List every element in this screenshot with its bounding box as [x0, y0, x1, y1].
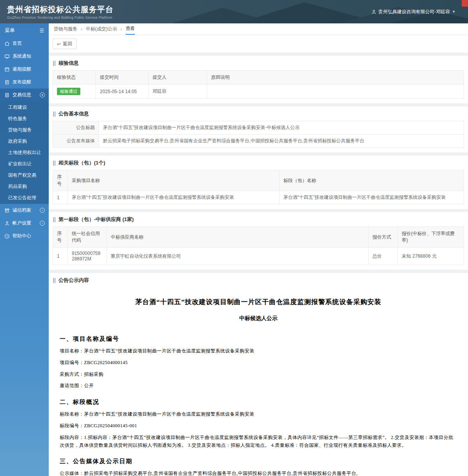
- back-icon: ↩: [57, 41, 61, 47]
- sidebar: 菜单 ☰ 首页 系统通知 逾期提醒: [0, 23, 49, 476]
- column-header: 序号: [53, 170, 68, 191]
- sidebar-item-overdue-reminders[interactable]: 逾期提醒: [0, 63, 49, 76]
- sidebar-item-publish-reminders[interactable]: 发布提醒: [0, 76, 49, 88]
- chevron-down-icon: ∨: [40, 92, 45, 97]
- field-label: 公告发布媒体: [53, 134, 99, 148]
- column-header: 原因说明: [207, 71, 464, 85]
- project-name-cell: 茅台酒“十四五”技改建设项目制曲一片区干曲仓温度监测报警系统设备采购安装: [68, 191, 280, 204]
- column-header: 标段（包）名称: [279, 170, 464, 191]
- column-header: 报价方式: [369, 227, 398, 248]
- section-announcement-content: 公告公示内容 茅台酒“十四五”技改建设项目制曲一片区干曲仓温度监测报警系统设备采…: [49, 273, 468, 476]
- sidebar-item-label: 交易信息: [12, 92, 31, 98]
- sidebar-subitem-featured-services[interactable]: 特色服务: [0, 113, 49, 124]
- table-row: 1 茅台酒“十四五”技改建设项目制曲一片区干曲仓温度监测报警系统设备采购安装 茅…: [53, 191, 464, 204]
- calendar-icon: [4, 66, 10, 72]
- sidebar-item-home[interactable]: 首页: [0, 37, 49, 50]
- row-index-cell: 1: [53, 191, 68, 204]
- column-header: 统一社会信用代码: [68, 227, 107, 248]
- announcement-title-value: 茅台酒“十四五”技改建设项目制曲一片区干曲仓温度监测报警系统设备采购安装-中标候…: [99, 121, 464, 134]
- caret-down-icon: ▼: [452, 10, 456, 14]
- verification-table: 核验状态 提交时间 提交人 原因说明 核验通过 2025-05-14 14:05…: [53, 70, 464, 99]
- announcement-info-table: 公告标题 茅台酒“十四五”技改建设项目制曲一片区干曲仓温度监测报警系统设备采购安…: [53, 121, 464, 148]
- winning-supplier-table: 序号 统一社会信用代码 中标供应商名称 报价方式 报价(中标价、下浮率或费率) …: [53, 226, 464, 265]
- supplier-name-cell: 重庆宇虹自动化仪表系统有限公司: [107, 248, 369, 265]
- section-title: 公告基本信息: [58, 110, 89, 117]
- column-header: 提交人: [149, 71, 207, 85]
- home-icon: [4, 41, 10, 46]
- menu-label: 菜单: [5, 27, 15, 34]
- user-settings-icon: [4, 220, 10, 226]
- section-title: 相关标段（包）(1个): [58, 159, 105, 166]
- page-title: 贵州省招标投标公共服务平台: [7, 4, 113, 15]
- doc-heading-3: 三、公告媒体及公示日期: [60, 458, 457, 465]
- sidebar-subitem-engineering-construction[interactable]: 工程建设: [0, 102, 49, 113]
- table-row: 核验通过 2025-05-14 14:05 邓廷容: [53, 85, 464, 99]
- submit-time-cell: 2025-05-14 14:05: [96, 85, 149, 99]
- sidebar-subitem-drug-procurement[interactable]: 药品采购: [0, 181, 49, 192]
- sidebar-item-label: 首页: [12, 40, 22, 47]
- column-header: 提交时间: [96, 71, 149, 85]
- trade-info-submenu: 工程建设 特色服务 货物与服务 政府采购 土地使用权出让 矿业权出让 国有产权交…: [0, 101, 49, 204]
- column-header: 采购项目名称: [68, 170, 280, 191]
- section-marker-icon: [53, 278, 55, 283]
- breadcrumb-separator: ›: [81, 23, 82, 35]
- user-icon: [371, 9, 376, 14]
- column-header: 中标供应商名称: [107, 227, 369, 248]
- table-header-row: 序号 统一社会信用代码 中标供应商名称 报价方式 报价(中标价、下浮率或费率): [53, 227, 464, 248]
- sidebar-item-integrity-archive[interactable]: 诚信档案 ›: [0, 204, 49, 217]
- reason-cell: [207, 85, 464, 99]
- breadcrumb-view[interactable]: 查看: [126, 23, 135, 35]
- chevron-right-icon: ›: [40, 221, 45, 226]
- page-subtitle: GuiZhou Province Tendering and Bidding P…: [7, 16, 113, 19]
- section-header: 第一标段（包）-中标供应商 (1家): [53, 212, 464, 226]
- section-marker-icon: [53, 217, 55, 222]
- breadcrumb-goods-services[interactable]: 货物与服务: [54, 23, 77, 35]
- user-menu[interactable]: 贵州弘典建设咨询有限公司-邓廷容 ▼: [371, 9, 461, 15]
- verify-status-cell: 核验通过: [53, 85, 96, 99]
- sidebar-subitem-published-announcements[interactable]: 已发公告处理: [0, 192, 49, 203]
- sidebar-item-label: 帮助中心: [12, 233, 31, 239]
- svg-text:?: ?: [6, 235, 8, 237]
- sidebar-subitem-land-use-rights[interactable]: 土地使用权出让: [0, 147, 49, 158]
- sidebar-item-system-notifications[interactable]: 系统通知: [0, 50, 49, 63]
- sidebar-subitem-goods-services[interactable]: 货物与服务: [0, 124, 49, 136]
- list-document-icon: [4, 92, 10, 98]
- column-header: 报价(中标价、下浮率或费率): [398, 227, 464, 248]
- document-icon: [4, 79, 10, 85]
- section-name-cell: 茅台酒“十四五”技改建设项目制曲一片区干曲仓温度监测报警系统设备采购安装: [279, 191, 464, 204]
- sidebar-item-help-center[interactable]: ? 帮助中心: [0, 230, 49, 242]
- back-button-label: 返回: [63, 41, 72, 47]
- sidebar-item-label: 发布提醒: [12, 79, 31, 85]
- sidebar-menu-header: 菜单 ☰: [0, 23, 49, 37]
- main-content: 货物与服务 › 中标(成交)公示 › 查看 ↩ 返回 核验信息: [49, 23, 468, 476]
- row-index-cell: 1: [53, 248, 68, 265]
- sidebar-subitem-mining-rights[interactable]: 矿业权出让: [0, 158, 49, 170]
- sidebar-item-trade-info[interactable]: 交易信息 ∨: [0, 88, 49, 101]
- section-header: 公告公示内容: [53, 273, 464, 287]
- sidebar-item-account-settings[interactable]: 帐户设置 ›: [0, 217, 49, 230]
- doc-line: 标段内容：1.招标内容：茅台酒“十四五”技改建设项目制曲一片区干曲仓温度监测报警…: [60, 434, 457, 449]
- corner-red-badge[interactable]: [462, 0, 468, 7]
- table-row: 1 91500000759286972M 重庆宇虹自动化仪表系统有限公司 总价 …: [53, 248, 464, 265]
- section-verification-info: 核验信息 核验状态 提交时间 提交人 原因说明 核验通过 2025-05-14 …: [49, 56, 468, 103]
- section-winning-supplier: 第一标段（包）-中标供应商 (1家) 序号 统一社会信用代码 中标供应商名称 报…: [49, 212, 468, 270]
- section-header: 核验信息: [53, 56, 464, 70]
- menu-collapse-icon[interactable]: ☰: [39, 28, 44, 34]
- section-header: 公告基本信息: [53, 106, 464, 121]
- document-subtitle: 中标候选人公示: [60, 315, 457, 322]
- sidebar-subitem-state-owned-property[interactable]: 国有产权交易: [0, 170, 49, 181]
- breadcrumb-award-announcement[interactable]: 中标(成交)公示: [86, 23, 117, 35]
- breadcrumb-separator: ›: [121, 23, 122, 35]
- sidebar-subitem-government-procurement[interactable]: 政府采购: [0, 136, 49, 147]
- back-button[interactable]: ↩ 返回: [53, 39, 76, 49]
- doc-line: 标段名称：茅台酒“十四五”技改建设项目制曲一片区干曲仓温度监测报警系统设备采购安…: [60, 411, 457, 418]
- sidebar-item-label: 帐户设置: [12, 220, 31, 226]
- toolbar: ↩ 返回: [49, 35, 468, 53]
- quote-value-cell: 未知 2768806 元: [398, 248, 464, 265]
- credit-code-cell: 91500000759286972M: [68, 248, 107, 265]
- column-header: 序号: [53, 227, 68, 248]
- sidebar-item-label: 逾期提醒: [12, 66, 31, 73]
- section-announcement-basic-info: 公告基本信息 公告标题 茅台酒“十四五”技改建设项目制曲一片区干曲仓温度监测报警…: [49, 106, 468, 152]
- doc-line: 公示媒体：黔云招采电子招标采购交易平台,贵州省国有企业生产资料综合服务平台,中国…: [60, 470, 457, 476]
- section-title: 第一标段（包）-中标供应商 (1家): [58, 216, 134, 223]
